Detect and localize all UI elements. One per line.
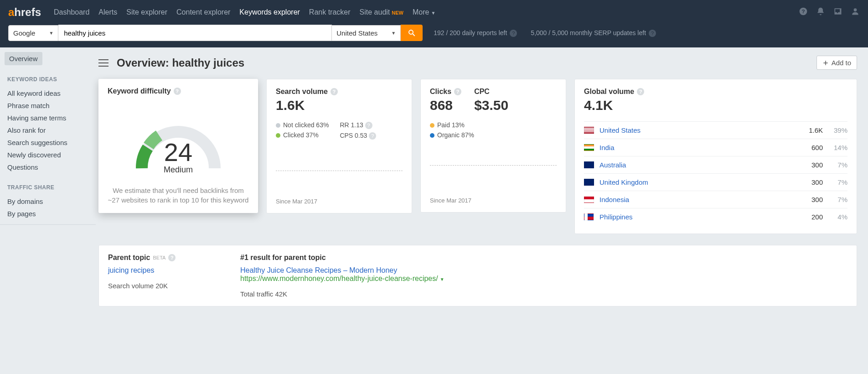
- rr-stat: RR 1.13 ?: [340, 121, 376, 129]
- card-keyword-difficulty: Keyword difficulty? 24 Medium We estimat…: [98, 79, 258, 213]
- gv-row: Australia3007%: [584, 156, 847, 173]
- cps-stat: CPS 0.53 ?: [340, 132, 376, 140]
- search-volume-value: 1.6K: [276, 98, 403, 113]
- logo[interactable]: ahrefs: [8, 6, 41, 19]
- gv-pct: 4%: [829, 213, 847, 221]
- flag-icon: [584, 144, 594, 151]
- pt-result-title[interactable]: Healthy Juice Cleanse Recipes – Modern H…: [240, 266, 397, 274]
- search-volume-chart: [276, 148, 403, 193]
- gv-country[interactable]: United Kingdom: [599, 178, 811, 186]
- clicks-chart: [430, 147, 557, 192]
- sv-since: Since Mar 2017: [276, 198, 403, 205]
- gv-country[interactable]: Indonesia: [599, 196, 811, 203]
- clicks-since: Since Mar 2017: [430, 197, 557, 204]
- gv-val: 600: [811, 144, 823, 151]
- nav-alerts[interactable]: Alerts: [98, 8, 117, 16]
- help-icon[interactable]: ?: [331, 88, 338, 95]
- monthly-serp-stat: 5,000 / 5,000 monthly SERP updates left?: [531, 29, 656, 37]
- gv-country[interactable]: Australia: [599, 161, 811, 169]
- legend-clicked: Clicked 37%: [276, 131, 329, 139]
- gv-row: Indonesia3007%: [584, 191, 847, 208]
- gv-row: India60014%: [584, 139, 847, 156]
- engine-select[interactable]: Google▼: [8, 25, 58, 41]
- kd-level: Medium: [128, 165, 228, 175]
- svg-point-3: [409, 30, 413, 34]
- search-button[interactable]: [401, 25, 423, 41]
- country-select[interactable]: United States▼: [332, 25, 401, 41]
- nav-site-explorer[interactable]: Site explorer: [126, 8, 167, 16]
- pt-result-url[interactable]: https://www.modernhoney.com/healthy-juic…: [240, 275, 438, 282]
- nav-site-audit[interactable]: Site auditNEW: [360, 8, 403, 16]
- gv-row: Philippines2004%: [584, 208, 847, 225]
- user-icon[interactable]: [851, 7, 860, 18]
- gv-pct: 7%: [829, 196, 847, 203]
- sidebar-item-newly[interactable]: Newly discovered: [5, 149, 91, 161]
- sidebar-item-all[interactable]: All keyword ideas: [5, 87, 91, 99]
- gv-val: 200: [811, 213, 823, 221]
- global-volume-value: 4.1K: [584, 98, 847, 113]
- gv-country[interactable]: United States: [599, 126, 809, 134]
- kd-value: 24: [128, 137, 228, 167]
- gv-val: 300: [811, 178, 823, 186]
- card-clicks: Clicks? 868 CPC $3.50 Paid 13% Organic 8…: [420, 79, 566, 213]
- sidebar-item-also-rank[interactable]: Also rank for: [5, 124, 91, 136]
- daily-reports-stat: 192 / 200 daily reports left?: [434, 29, 517, 37]
- gv-val: 1.6K: [809, 126, 823, 134]
- gv-val: 300: [811, 161, 823, 169]
- keyword-input[interactable]: [58, 25, 332, 41]
- sidebar-heading-ideas: KEYWORD IDEAS: [7, 76, 91, 83]
- help-icon[interactable]: ?: [168, 254, 176, 261]
- sidebar-heading-traffic: TRAFFIC SHARE: [7, 184, 91, 191]
- menu-icon[interactable]: [98, 59, 108, 67]
- sidebar-item-suggestions[interactable]: Search suggestions: [5, 136, 91, 149]
- svg-line-4: [413, 34, 415, 36]
- nav-keywords-explorer[interactable]: Keywords explorer: [239, 8, 300, 16]
- pt-result-label: #1 result for parent topic: [240, 254, 847, 262]
- flag-icon: [584, 196, 594, 203]
- sidebar-item-pages[interactable]: By pages: [5, 208, 91, 220]
- page-title: Overview: healthy juices: [117, 57, 808, 69]
- help-icon[interactable]: ?: [174, 88, 181, 95]
- kd-note: We estimate that you'll need backlinks f…: [108, 186, 249, 205]
- help-icon[interactable]: ?: [637, 88, 644, 95]
- pt-search-volume: Search volume 20K: [108, 282, 227, 290]
- gv-pct: 7%: [829, 161, 847, 169]
- nav-rank-tracker[interactable]: Rank tracker: [309, 8, 351, 16]
- legend-organic: Organic 87%: [430, 131, 474, 139]
- gv-row: United Kingdom3007%: [584, 173, 847, 191]
- nav-more[interactable]: More▼: [413, 8, 435, 16]
- legend-paid: Paid 13%: [430, 121, 474, 129]
- gv-val: 300: [811, 196, 823, 203]
- legend-not-clicked: Not clicked 63%: [276, 121, 329, 129]
- flag-icon: [584, 179, 594, 186]
- gv-pct: 14%: [829, 144, 847, 151]
- flag-icon: [584, 213, 594, 220]
- svg-point-2: [854, 8, 857, 11]
- help-icon[interactable]: ?: [799, 7, 808, 18]
- gv-pct: 7%: [829, 178, 847, 186]
- card-parent-topic: Parent topic BETA ? juicing recipes Sear…: [98, 245, 857, 306]
- card-search-volume: Search volume? 1.6K Not clicked 63% Clic…: [266, 79, 412, 213]
- clicks-value: 868: [430, 98, 461, 113]
- sidebar-item-phrase[interactable]: Phrase match: [5, 99, 91, 112]
- gv-pct: 39%: [829, 126, 847, 134]
- bell-icon[interactable]: [816, 7, 825, 18]
- sidebar-item-same-terms[interactable]: Having same terms: [5, 112, 91, 124]
- gv-country[interactable]: Philippines: [599, 213, 811, 221]
- sidebar-item-questions[interactable]: Questions: [5, 161, 91, 173]
- gv-country[interactable]: India: [599, 144, 811, 151]
- card-global-volume: Global volume? 4.1K United States1.6K39%…: [574, 79, 857, 234]
- parent-topic-link[interactable]: juicing recipes: [108, 266, 154, 274]
- pt-total-traffic: Total traffic 42K: [240, 290, 847, 298]
- gv-row: United States1.6K39%: [584, 121, 847, 139]
- cpc-value: $3.50: [474, 98, 508, 113]
- flag-icon: [584, 161, 594, 168]
- add-to-button[interactable]: Add to: [816, 56, 857, 70]
- sidebar-item-overview[interactable]: Overview: [5, 52, 42, 65]
- inbox-icon[interactable]: [833, 7, 842, 18]
- nav-content-explorer[interactable]: Content explorer: [176, 8, 230, 16]
- sidebar-item-domains[interactable]: By domains: [5, 195, 91, 208]
- help-icon[interactable]: ?: [454, 88, 461, 95]
- nav-dashboard[interactable]: Dashboard: [54, 8, 89, 16]
- svg-text:?: ?: [801, 8, 805, 14]
